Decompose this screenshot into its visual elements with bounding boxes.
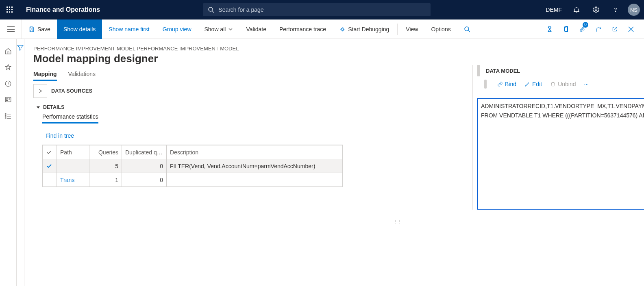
details-label: DETAILS — [43, 104, 65, 110]
app-title: Finance and Operations — [20, 6, 100, 13]
tab-performance-statistics[interactable]: Performance statistics — [42, 113, 98, 124]
data-model-actions: Bind Edit Unbind ··· — [484, 80, 644, 89]
chevron-down-icon — [228, 27, 233, 32]
svg-rect-3 — [7, 9, 8, 10]
svg-rect-0 — [7, 6, 8, 8]
more-button[interactable]: ··· — [584, 81, 589, 87]
attach-badge: 0 — [583, 22, 588, 28]
details-header[interactable]: DETAILS — [36, 104, 472, 110]
checkmark-icon — [46, 163, 52, 169]
diamond-icon[interactable] — [542, 20, 557, 39]
group-view-button[interactable]: Group view — [156, 20, 198, 39]
search-box[interactable] — [203, 3, 431, 16]
top-bar: Finance and Operations DEMF NS — [0, 0, 644, 20]
rail-home-icon[interactable] — [0, 43, 16, 59]
left-pane: Mapping Validations DATA SOURCES DETAILS… — [33, 65, 472, 210]
start-debug-label: Start Debugging — [348, 26, 389, 32]
find-in-tree-link[interactable]: Find in tree — [46, 132, 74, 139]
svg-point-12 — [615, 11, 616, 12]
right-pane: DATA MODEL Bind Edit Unbind ··· ADMINIST… — [472, 65, 644, 210]
body: PERFORMANCE IMPROVEMENT MODEL PERFORMANC… — [0, 39, 644, 286]
grip-icon[interactable] — [477, 65, 480, 76]
validate-button[interactable]: Validate — [239, 20, 273, 39]
cell-path[interactable] — [57, 159, 89, 173]
svg-point-17 — [465, 27, 469, 31]
row-select-cell[interactable] — [43, 159, 57, 173]
cell-description — [167, 173, 343, 187]
performance-trace-button[interactable]: Performance trace — [273, 20, 333, 39]
start-debugging-button[interactable]: Start Debugging — [333, 20, 396, 39]
avatar[interactable]: NS — [628, 4, 640, 16]
nav-rail — [0, 39, 17, 286]
rail-clock-icon[interactable] — [0, 76, 16, 92]
popout-icon[interactable] — [607, 20, 622, 39]
attach-icon[interactable]: 0 — [575, 20, 590, 39]
svg-rect-4 — [9, 9, 10, 10]
actionbar-right: 0 — [542, 20, 644, 39]
view-button[interactable]: View — [399, 20, 424, 39]
data-sources-header: DATA SOURCES — [33, 84, 472, 98]
col-description[interactable]: Description — [167, 145, 343, 159]
unbind-label: Unbind — [558, 81, 576, 87]
tabs: Mapping Validations — [33, 71, 472, 81]
col-queries[interactable]: Queries — [89, 145, 122, 159]
divider — [397, 24, 398, 35]
table-row[interactable]: Trans10 — [43, 173, 343, 187]
pencil-icon — [524, 81, 530, 87]
actionbar-search-button[interactable] — [457, 20, 477, 39]
col-select[interactable] — [43, 145, 57, 159]
save-label: Save — [37, 26, 50, 32]
close-icon[interactable] — [624, 20, 638, 39]
waffle-icon[interactable] — [0, 0, 20, 20]
col-duplicated[interactable]: Duplicated que... — [122, 145, 167, 159]
save-button[interactable]: Save — [22, 20, 57, 39]
checkmark-icon — [46, 150, 52, 155]
svg-rect-7 — [9, 11, 10, 13]
show-name-first-button[interactable]: Show name first — [102, 20, 156, 39]
bind-button[interactable]: Bind — [497, 81, 516, 87]
grip-icon-2[interactable] — [484, 80, 487, 89]
cell-duplicated: 0 — [122, 173, 167, 187]
table-row[interactable]: 50FILTER(Vend, Vend.AccountNum=parmVendA… — [43, 159, 343, 173]
rail-modules-icon[interactable] — [0, 108, 16, 124]
row-select-cell[interactable] — [43, 173, 57, 187]
show-details-label: Show details — [63, 26, 96, 32]
refresh-icon[interactable] — [591, 20, 606, 39]
cell-description: FILTER(Vend, Vend.AccountNum=parmVendAcc… — [167, 159, 343, 173]
filter-icon[interactable] — [17, 44, 24, 286]
bell-icon[interactable] — [568, 0, 585, 20]
data-model-header: DATA MODEL — [477, 65, 644, 76]
bind-label: Bind — [505, 81, 516, 87]
show-name-first-label: Show name first — [109, 26, 149, 32]
svg-rect-8 — [11, 11, 13, 13]
splitter-1[interactable]: ⋮⋮ — [396, 218, 399, 225]
search-input[interactable] — [218, 6, 426, 13]
rail-workspace-icon[interactable] — [0, 92, 16, 108]
svg-rect-5 — [11, 9, 13, 10]
unbind-button[interactable]: Unbind — [550, 81, 576, 87]
tab-validations[interactable]: Validations — [68, 71, 96, 81]
svg-point-9 — [209, 7, 213, 11]
show-all-label: Show all — [205, 26, 226, 32]
help-icon[interactable] — [607, 0, 624, 20]
query-text-box[interactable]: ADMINISTRATORRECID,T1.VENDORTYPE_MX,T1.V… — [477, 98, 644, 210]
show-all-dropdown[interactable]: Show all — [198, 20, 240, 39]
expand-datasources-button[interactable] — [33, 84, 47, 98]
cell-path[interactable]: Trans — [57, 173, 89, 187]
office-icon[interactable] — [559, 20, 573, 39]
col-path[interactable]: Path — [57, 145, 89, 159]
tab-mapping[interactable]: Mapping — [33, 71, 57, 81]
svg-rect-2 — [11, 6, 13, 8]
company-label[interactable]: DEMF — [542, 0, 566, 20]
hamburger-icon[interactable] — [0, 20, 22, 39]
edit-button[interactable]: Edit — [524, 81, 542, 87]
edit-label: Edit — [532, 81, 542, 87]
rail-star-icon[interactable] — [0, 59, 16, 76]
action-bar: Save Show details Show name first Group … — [0, 20, 644, 39]
gear-icon[interactable] — [587, 0, 605, 20]
show-details-button[interactable]: Show details — [57, 20, 102, 39]
search-icon — [464, 26, 470, 32]
options-button[interactable]: Options — [424, 20, 457, 39]
svg-rect-31 — [5, 118, 6, 119]
svg-rect-30 — [5, 116, 6, 117]
